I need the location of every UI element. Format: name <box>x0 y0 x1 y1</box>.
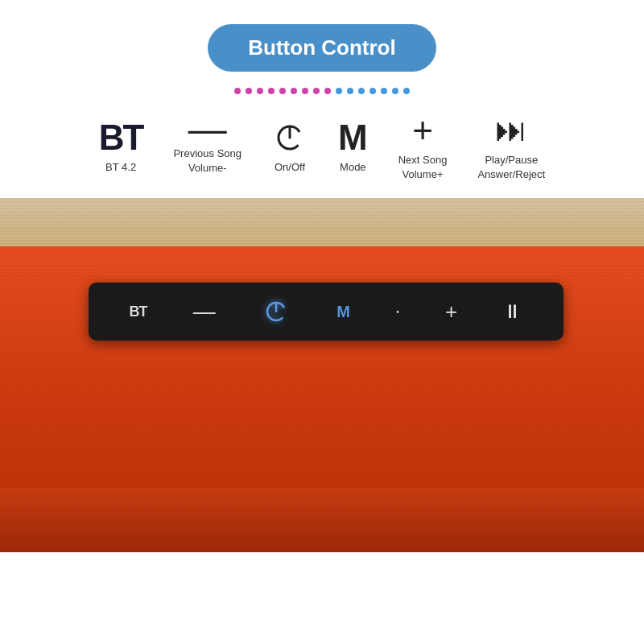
top-section: Button Control BT BT 4.2 — Previous Song… <box>0 0 644 198</box>
panel-bt-button: BT <box>130 303 147 320</box>
decorative-dot <box>347 88 353 94</box>
panel-playpause-button: ⏸ <box>503 300 522 323</box>
title-pill: Button Control <box>16 24 628 72</box>
page-title: Button Control <box>248 35 395 60</box>
panel-minus-button: — <box>193 299 216 324</box>
button-panel: BT — M • + ⏸ <box>89 283 564 341</box>
playpause-label: Play/Pause Answer/Reject <box>477 153 545 182</box>
decorative-dot <box>336 88 342 94</box>
minus-icon: — <box>188 118 227 142</box>
decorative-dot <box>324 88 331 94</box>
decorative-dot <box>403 88 410 94</box>
controls-row: BT BT 4.2 — Previous Song Volume- On/Off <box>16 112 628 182</box>
panel-m-button: M <box>336 303 350 321</box>
panel-dot-button: • <box>396 308 399 316</box>
plus-icon: + <box>412 113 433 148</box>
power-icon <box>272 120 308 155</box>
control-bt: BT BT 4.2 <box>99 120 143 175</box>
onoff-label: On/Off <box>275 160 305 175</box>
decorative-dot <box>246 88 252 94</box>
decorative-dot <box>268 88 275 94</box>
bt-icon: BT <box>99 120 143 155</box>
decorative-dot <box>257 88 263 94</box>
control-onoff: On/Off <box>272 120 308 175</box>
decorative-dot <box>234 88 241 94</box>
decorative-dot <box>302 88 308 94</box>
control-mode: M Mode <box>338 120 368 175</box>
title-pill-inner: Button Control <box>208 24 436 72</box>
decorative-dot <box>313 88 320 94</box>
panel-power-button <box>262 297 291 326</box>
m-icon: M <box>338 120 368 155</box>
bt-label: BT 4.2 <box>105 160 136 175</box>
panel-plus-button: + <box>445 299 457 324</box>
speaker-bottom-strip <box>0 488 644 552</box>
speaker-section: BT — M • + ⏸ <box>0 198 644 552</box>
decorative-dots <box>16 88 628 94</box>
next-label: Next Song Volume+ <box>398 153 448 182</box>
previous-label: Previous Song Volume- <box>173 147 242 175</box>
control-next: + Next Song Volume+ <box>398 113 448 182</box>
decorative-dot <box>291 88 297 94</box>
speaker-background: BT — M • + ⏸ <box>0 198 644 552</box>
decorative-dot <box>392 88 398 94</box>
decorative-dot <box>381 88 387 94</box>
control-previous: — Previous Song Volume- <box>173 118 242 175</box>
control-playpause: ⏭ Play/Pause Answer/Reject <box>477 112 545 182</box>
decorative-dot <box>358 88 365 94</box>
decorative-dot <box>369 88 376 94</box>
playpause-icon: ⏭ <box>495 112 527 148</box>
mode-label: Mode <box>340 160 366 175</box>
decorative-dot <box>279 88 286 94</box>
